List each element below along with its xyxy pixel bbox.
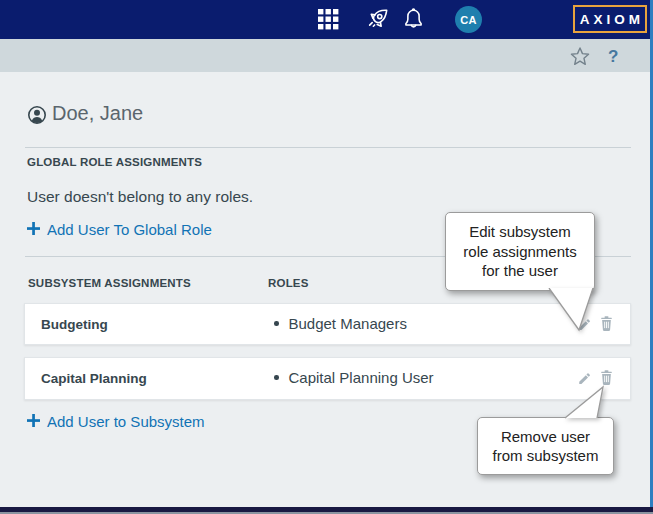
subsystem-assignments-heading: SUBSYSTEM ASSIGNMENTS bbox=[28, 277, 191, 289]
star-favorite-icon[interactable] bbox=[569, 46, 591, 72]
role-cell: Budget Managers bbox=[274, 315, 407, 332]
subsystem-name: Budgeting bbox=[41, 317, 108, 332]
person-circle-icon bbox=[27, 105, 47, 129]
role-name: Budget Managers bbox=[289, 315, 407, 332]
add-user-to-subsystem-link[interactable]: Add User to Subsystem bbox=[27, 413, 205, 430]
table-row-capital-planning[interactable]: Capital Planning Capital Planning User bbox=[24, 357, 631, 400]
help-icon[interactable]: ? bbox=[608, 47, 618, 67]
tooltip-line: for the user bbox=[482, 261, 558, 281]
bullet-icon bbox=[274, 375, 279, 380]
bullet-icon bbox=[274, 321, 279, 326]
tooltip-line: Remove user bbox=[501, 427, 590, 447]
global-roles-empty-message: User doesn't belong to any roles. bbox=[27, 188, 253, 206]
remove-tooltip: Remove user from subsystem bbox=[477, 417, 614, 475]
plus-icon bbox=[27, 413, 40, 430]
brand-text: AXIOM bbox=[576, 12, 644, 27]
apps-grid-icon[interactable] bbox=[318, 9, 339, 34]
axiom-logo[interactable]: AXIOM bbox=[573, 5, 647, 33]
rocket-icon[interactable] bbox=[365, 6, 391, 36]
add-link-label: Add User To Global Role bbox=[47, 221, 212, 238]
role-name: Capital Planning User bbox=[289, 369, 434, 386]
user-profile-page: CA AXIOM ? Doe, Jane GLOBAL ROLE ASSIGNM… bbox=[0, 0, 653, 514]
table-row-budgeting[interactable]: Budgeting Budget Managers bbox=[24, 303, 631, 345]
tooltip-line: Edit subsystem bbox=[469, 222, 571, 242]
divider bbox=[25, 147, 631, 148]
global-roles-heading: GLOBAL ROLE ASSIGNMENTS bbox=[27, 156, 202, 168]
page-title: Doe, Jane bbox=[52, 102, 143, 125]
add-user-to-global-role-link[interactable]: Add User To Global Role bbox=[27, 221, 212, 238]
role-cell: Capital Planning User bbox=[274, 369, 434, 386]
app-header: CA AXIOM bbox=[0, 0, 653, 39]
user-avatar[interactable]: CA bbox=[455, 6, 482, 33]
add-link-label: Add User to Subsystem bbox=[47, 413, 205, 430]
bell-icon[interactable] bbox=[402, 7, 425, 36]
tooltip-line: from subsystem bbox=[493, 446, 599, 466]
page-toolbar bbox=[0, 39, 653, 72]
subsystem-name: Capital Planning bbox=[41, 371, 147, 386]
roles-column-heading: ROLES bbox=[268, 277, 309, 289]
edit-tooltip: Edit subsystem role assignments for the … bbox=[445, 212, 595, 291]
remove-tooltip-pointer bbox=[560, 385, 610, 419]
avatar-initials: CA bbox=[460, 14, 477, 26]
tooltip-line: role assignments bbox=[463, 242, 576, 262]
plus-icon bbox=[27, 221, 40, 238]
edit-tooltip-pointer bbox=[545, 288, 605, 334]
